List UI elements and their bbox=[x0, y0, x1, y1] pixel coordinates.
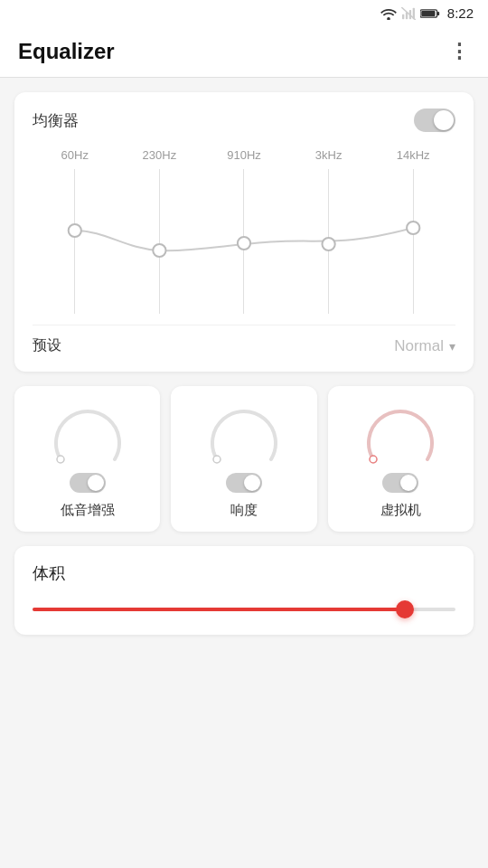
svg-rect-7 bbox=[421, 11, 435, 16]
freq-3khz: 3kHz bbox=[286, 148, 371, 162]
freq-230hz: 230Hz bbox=[117, 148, 202, 162]
volume-card: 体积 bbox=[14, 546, 474, 635]
freq-60hz: 60Hz bbox=[33, 148, 117, 162]
virtualizer-label: 虚拟机 bbox=[380, 502, 421, 519]
bass-boost-toggle[interactable] bbox=[70, 473, 106, 493]
eq-thumb-2 bbox=[153, 244, 165, 257]
volume-track bbox=[33, 608, 455, 611]
bass-boost-knob-svg bbox=[52, 401, 124, 464]
bass-boost-knob[interactable] bbox=[52, 401, 124, 464]
status-time: 8:22 bbox=[447, 5, 474, 21]
eq-thumb-4 bbox=[322, 238, 334, 250]
preset-dropdown[interactable]: Normal ▾ bbox=[394, 337, 455, 355]
status-bar: 8:22 bbox=[0, 0, 488, 26]
status-icons: 8:22 bbox=[380, 5, 474, 21]
preset-value: Normal bbox=[394, 337, 444, 355]
loudness-knob-svg bbox=[208, 401, 280, 464]
virtualizer-toggle[interactable] bbox=[382, 473, 418, 493]
freq-14khz: 14kHz bbox=[371, 148, 455, 162]
equalizer-card: 均衡器 60Hz 230Hz 910Hz 3kHz 14kHz bbox=[14, 92, 474, 372]
eq-thumb-1 bbox=[69, 224, 81, 237]
bass-boost-toggle-thumb bbox=[88, 475, 104, 491]
preset-label: 预设 bbox=[33, 336, 61, 355]
loudness-toggle-thumb bbox=[244, 475, 260, 491]
svg-point-9 bbox=[213, 456, 221, 463]
eq-header: 均衡器 bbox=[33, 108, 455, 132]
svg-point-8 bbox=[57, 456, 64, 463]
battery-icon bbox=[420, 7, 440, 20]
svg-rect-6 bbox=[437, 11, 439, 14]
virtualizer-toggle-thumb bbox=[400, 475, 417, 491]
loudness-knob[interactable] bbox=[208, 401, 280, 464]
eq-curve-svg bbox=[33, 169, 455, 314]
volume-label: 体积 bbox=[33, 562, 455, 584]
svg-rect-0 bbox=[402, 14, 404, 18]
loudness-card: 响度 bbox=[171, 386, 316, 532]
eq-toggle[interactable] bbox=[414, 108, 455, 132]
more-options-button[interactable]: ⋮ bbox=[449, 40, 470, 63]
freq-910hz: 910Hz bbox=[202, 148, 286, 162]
eq-thumb-3 bbox=[238, 237, 250, 250]
app-title: Equalizer bbox=[18, 39, 115, 64]
main-content: 均衡器 60Hz 230Hz 910Hz 3kHz 14kHz bbox=[0, 78, 488, 649]
signal-icon bbox=[400, 7, 417, 20]
virtualizer-knob-svg bbox=[364, 401, 436, 464]
volume-slider[interactable] bbox=[33, 600, 455, 618]
preset-row: 预设 Normal ▾ bbox=[33, 325, 455, 355]
eq-label: 均衡器 bbox=[33, 110, 79, 131]
eq-toggle-thumb bbox=[434, 110, 454, 130]
freq-labels: 60Hz 230Hz 910Hz 3kHz 14kHz bbox=[33, 148, 455, 162]
dropdown-arrow-icon: ▾ bbox=[449, 339, 455, 354]
svg-point-10 bbox=[370, 456, 377, 463]
eq-visualization bbox=[33, 169, 455, 314]
virtualizer-card: 虚拟机 bbox=[328, 386, 474, 532]
app-bar: Equalizer ⋮ bbox=[0, 26, 488, 78]
loudness-label: 响度 bbox=[230, 502, 258, 519]
virtualizer-knob[interactable] bbox=[364, 401, 436, 464]
loudness-toggle[interactable] bbox=[226, 473, 262, 493]
volume-fill bbox=[33, 608, 405, 611]
eq-thumb-5 bbox=[407, 222, 419, 234]
bass-boost-label: 低音增强 bbox=[61, 502, 115, 519]
volume-thumb[interactable] bbox=[396, 600, 414, 618]
bass-boost-card: 低音增强 bbox=[14, 386, 160, 532]
wifi-icon bbox=[380, 7, 397, 20]
effects-row: 低音增强 响度 bbox=[14, 386, 474, 532]
